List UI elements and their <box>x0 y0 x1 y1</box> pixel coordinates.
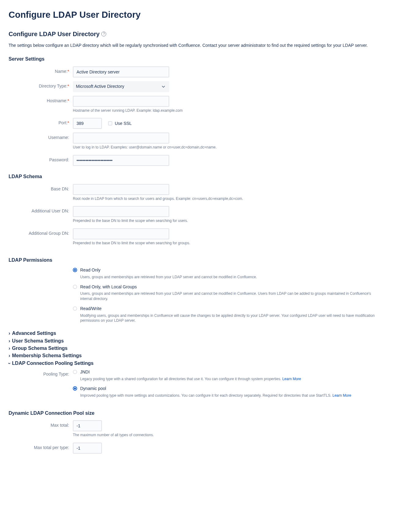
directory-type-label: Directory Type:* <box>9 81 73 89</box>
ldap-schema-heading: LDAP Schema <box>9 173 406 180</box>
hostname-label: Hostname:* <box>9 96 73 104</box>
permission-read-only[interactable]: Read Only <box>73 267 406 273</box>
group-schema-settings-toggle[interactable]: › Group Schema Settings <box>9 345 406 352</box>
max-total-per-type-input[interactable] <box>73 443 102 454</box>
password-input[interactable] <box>73 155 169 166</box>
server-settings-heading: Server Settings <box>9 56 406 62</box>
add-user-dn-help: Prepended to the base DN to limit the sc… <box>73 218 406 223</box>
directory-type-select[interactable]: Microsoft Active Directory <box>73 81 169 92</box>
help-icon[interactable]: ? <box>101 32 106 36</box>
radio-icon <box>73 386 77 391</box>
use-ssl-label: Use SSL <box>115 121 132 127</box>
permission-read-only-local[interactable]: Read Only, with Local Groups <box>73 284 406 290</box>
dynamic-learn-more-link[interactable]: Learn More <box>332 393 351 398</box>
name-input[interactable] <box>73 66 169 77</box>
pool-size-heading: Dynamic LDAP Connection Pool size <box>9 410 406 417</box>
hostname-help: Hostname of the server running LDAP. Exa… <box>73 108 406 113</box>
username-input[interactable] <box>73 133 169 144</box>
checkbox-icon <box>108 121 112 126</box>
pooling-dynamic[interactable]: Dynamic pool <box>73 386 406 392</box>
add-group-dn-input[interactable] <box>73 228 169 239</box>
chevron-right-icon: › <box>9 338 10 344</box>
jndi-desc: Legacy pooling type with a shared config… <box>80 377 380 382</box>
port-input[interactable] <box>73 118 102 129</box>
jndi-learn-more-link[interactable]: Learn More <box>282 377 301 381</box>
max-total-input[interactable] <box>73 420 102 431</box>
advanced-settings-toggle[interactable]: › Advanced Settings <box>9 330 406 337</box>
read-only-label: Read Only <box>80 267 100 273</box>
read-write-desc: Modifying users, groups and memberships … <box>80 313 380 324</box>
ldap-permissions-heading: LDAP Permissions <box>9 257 406 264</box>
port-label: Port:* <box>9 118 73 126</box>
pooling-type-label: Pooling Type: <box>9 369 73 377</box>
dynamic-label: Dynamic pool <box>80 386 106 392</box>
name-label: Name:* <box>9 66 73 75</box>
page-description: The settings below configure an LDAP dir… <box>9 43 394 49</box>
chevron-right-icon: › <box>9 345 10 352</box>
ldap-connection-pooling-toggle[interactable]: › LDAP Connection Pooling Settings <box>9 360 406 367</box>
chevron-down-icon: › <box>6 362 13 364</box>
add-user-dn-label: Additional User DN: <box>9 206 73 214</box>
base-dn-input[interactable] <box>73 184 169 195</box>
pooling-jndi[interactable]: JNDI <box>73 369 406 375</box>
page-subtitle: Configure LDAP User Directory <box>9 30 99 38</box>
radio-icon <box>73 370 77 374</box>
dynamic-desc: Improved pooling type with more settings… <box>80 393 380 398</box>
add-group-dn-help: Prepended to the base DN to limit the sc… <box>73 241 406 246</box>
chevron-right-icon: › <box>9 330 10 337</box>
directory-type-value: Microsoft Active Directory <box>76 84 124 90</box>
read-only-desc: Users, groups and memberships are retrie… <box>80 275 380 280</box>
read-only-local-desc: Users, groups and memberships are retrie… <box>80 291 380 302</box>
radio-icon <box>73 306 77 311</box>
username-help: User to log in to LDAP. Examples: user@d… <box>73 145 406 150</box>
hostname-input[interactable] <box>73 96 169 107</box>
max-total-per-type-label: Max total per type: <box>9 443 73 451</box>
read-write-label: Read/Write <box>80 306 102 312</box>
password-label: Password: <box>9 155 73 163</box>
username-label: Username: <box>9 133 73 141</box>
membership-schema-settings-toggle[interactable]: › Membership Schema Settings <box>9 352 406 359</box>
page-title: Configure LDAP User Directory <box>9 9 406 21</box>
page-subtitle-row: Configure LDAP User Directory ? <box>9 30 406 38</box>
read-only-local-label: Read Only, with Local Groups <box>80 284 137 290</box>
max-total-label: Max total: <box>9 420 73 429</box>
base-dn-label: Base DN: <box>9 184 73 192</box>
max-total-help: The maximum number of all types of conne… <box>73 433 406 438</box>
jndi-label: JNDI <box>80 369 90 375</box>
permission-read-write[interactable]: Read/Write <box>73 306 406 312</box>
chevron-down-icon <box>161 84 166 89</box>
add-user-dn-input[interactable] <box>73 206 169 217</box>
use-ssl-checkbox[interactable]: Use SSL <box>108 121 132 127</box>
add-group-dn-label: Additional Group DN: <box>9 228 73 237</box>
base-dn-help: Root node in LDAP from which to search f… <box>73 196 406 201</box>
radio-icon <box>73 285 77 289</box>
radio-icon <box>73 268 77 272</box>
user-schema-settings-toggle[interactable]: › User Schema Settings <box>9 338 406 344</box>
chevron-right-icon: › <box>9 352 10 359</box>
